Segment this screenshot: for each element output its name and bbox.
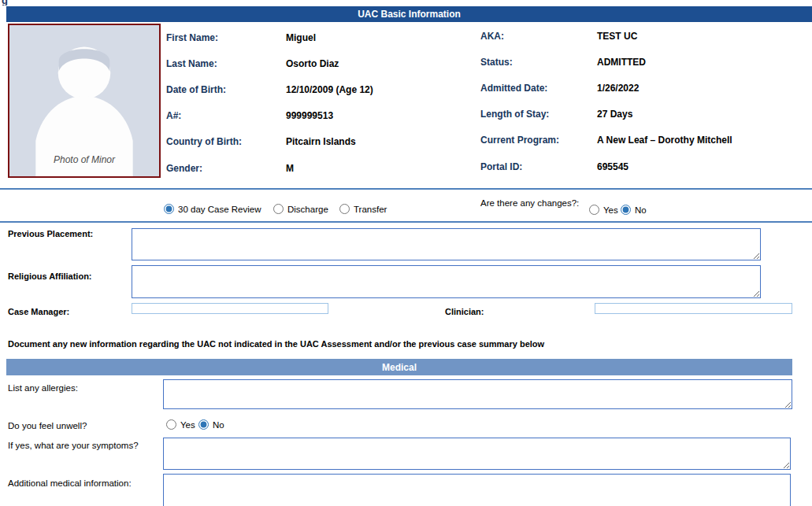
date-of-birth-value: 12/10/2009 (Age 12): [286, 84, 373, 95]
info-row-admitted-date: Admitted Date: 1/26/2022: [480, 75, 811, 101]
info-row-gender: Gender: M: [166, 155, 477, 181]
radio-unwell-yes-input[interactable]: [166, 419, 176, 430]
photo-of-minor: Photo of Minor: [8, 24, 161, 178]
radio-unwell-no-input[interactable]: [198, 419, 209, 430]
uac-basic-information-header: UAC Basic Information: [6, 6, 812, 22]
status-label: Status:: [480, 57, 597, 68]
divider-top: [0, 188, 812, 190]
radio-changes-yes-input[interactable]: [589, 205, 599, 215]
radio-30-day-case-review-input[interactable]: [164, 204, 174, 214]
gender-label: Gender:: [166, 163, 286, 174]
radio-unwell-yes-label: Yes: [180, 420, 195, 430]
info-row-first-name: First Name: Miguel: [166, 24, 477, 50]
info-row-country-of-birth: Country of Birth: Pitcairn Islands: [166, 129, 477, 155]
a-number-label: A#:: [166, 110, 286, 121]
info-row-aka: AKA: TEST UC: [480, 23, 811, 49]
info-row-current-program: Current Program: A New Leaf – Dorothy Mi…: [480, 127, 811, 153]
portal-id-value: 695545: [597, 161, 628, 172]
aka-label: AKA:: [480, 31, 597, 42]
additional-medical-textarea[interactable]: [163, 474, 791, 506]
clinician-input[interactable]: [595, 303, 792, 314]
previous-placement-textarea[interactable]: [132, 228, 761, 260]
clipped-page-fragment: g: [2, 0, 17, 6]
any-changes-question: Are there any changes?:: [480, 198, 579, 208]
photo-caption: Photo of Minor: [54, 154, 115, 165]
radio-unwell-yes[interactable]: Yes: [166, 419, 195, 430]
radio-changes-no-label: No: [635, 205, 647, 215]
info-row-portal-id: Portal ID: 695545: [480, 153, 811, 179]
medical-section-title: Medical: [382, 362, 417, 373]
current-program-value: A New Leaf – Dorothy Mitchell: [597, 135, 732, 146]
country-of-birth-label: Country of Birth:: [166, 136, 286, 147]
allergies-textarea[interactable]: [163, 379, 792, 409]
medical-section-header: Medical: [6, 359, 792, 375]
current-program-label: Current Program:: [480, 135, 597, 146]
admitted-date-label: Admitted Date:: [480, 83, 597, 94]
first-name-value: Miguel: [286, 32, 316, 43]
case-manager-input[interactable]: [132, 303, 328, 314]
a-number-value: 999999513: [286, 110, 333, 121]
symptoms-textarea[interactable]: [163, 438, 791, 470]
unwell-question-label: Do you feel unwell?: [8, 421, 87, 430]
radio-30-day-case-review[interactable]: 30 day Case Review: [164, 204, 261, 214]
uac-basic-information-title: UAC Basic Information: [358, 9, 461, 20]
allergies-label: List any allergies:: [8, 383, 78, 393]
country-of-birth-value: Pitcairn Islands: [286, 136, 356, 147]
gender-value: M: [286, 163, 294, 174]
last-name-value: Osorto Diaz: [286, 58, 339, 69]
portal-id-label: Portal ID:: [480, 161, 597, 172]
radio-changes-no[interactable]: No: [621, 205, 647, 215]
radio-unwell-no-label: No: [213, 420, 224, 430]
radio-changes-yes-label: Yes: [603, 205, 618, 215]
aka-value: TEST UC: [597, 31, 637, 42]
info-row-date-of-birth: Date of Birth: 12/10/2009 (Age 12): [166, 76, 477, 102]
radio-discharge[interactable]: Discharge: [273, 204, 328, 214]
radio-30-day-case-review-label: 30 day Case Review: [178, 205, 261, 214]
length-of-stay-value: 27 Days: [597, 109, 632, 120]
date-of-birth-label: Date of Birth:: [166, 84, 286, 95]
case-manager-label: Case Manager:: [8, 307, 69, 316]
basic-info-left-column: First Name: Miguel Last Name: Osorto Dia…: [166, 24, 477, 181]
previous-placement-label: Previous Placement:: [8, 229, 93, 238]
uac-case-review-page: g UAC Basic Information Photo of Minor F…: [0, 0, 812, 506]
status-value: ADMITTED: [597, 57, 646, 68]
additional-medical-label: Additional medical information:: [8, 478, 132, 488]
radio-unwell-no[interactable]: No: [198, 419, 224, 430]
info-row-status: Status: ADMITTED: [480, 49, 811, 75]
radio-changes-no-input[interactable]: [621, 205, 631, 215]
clinician-label: Clinician:: [445, 307, 484, 316]
radio-discharge-input[interactable]: [273, 204, 284, 214]
religious-affiliation-textarea[interactable]: [132, 265, 761, 298]
symptoms-label: If yes, what are your symptoms?: [8, 441, 139, 450]
length-of-stay-label: Length of Stay:: [480, 109, 597, 120]
religious-affiliation-label: Religious Affiliation:: [8, 271, 92, 281]
radio-transfer-label: Transfer: [354, 205, 387, 214]
first-name-label: First Name:: [166, 32, 286, 43]
admitted-date-value: 1/26/2022: [597, 83, 639, 94]
radio-transfer-input[interactable]: [339, 204, 350, 214]
divider-bottom: [0, 221, 812, 223]
info-row-last-name: Last Name: Osorto Diaz: [166, 50, 477, 76]
radio-changes-yes[interactable]: Yes: [589, 205, 618, 215]
basic-info-right-column: AKA: TEST UC Status: ADMITTED Admitted D…: [480, 23, 811, 179]
radio-discharge-label: Discharge: [287, 205, 328, 214]
last-name-label: Last Name:: [166, 58, 286, 69]
info-row-a-number: A#: 999999513: [166, 103, 477, 129]
info-row-length-of-stay: Length of Stay: 27 Days: [480, 102, 811, 127]
new-information-instruction: Document any new information regarding t…: [8, 339, 544, 349]
radio-transfer[interactable]: Transfer: [339, 204, 387, 214]
